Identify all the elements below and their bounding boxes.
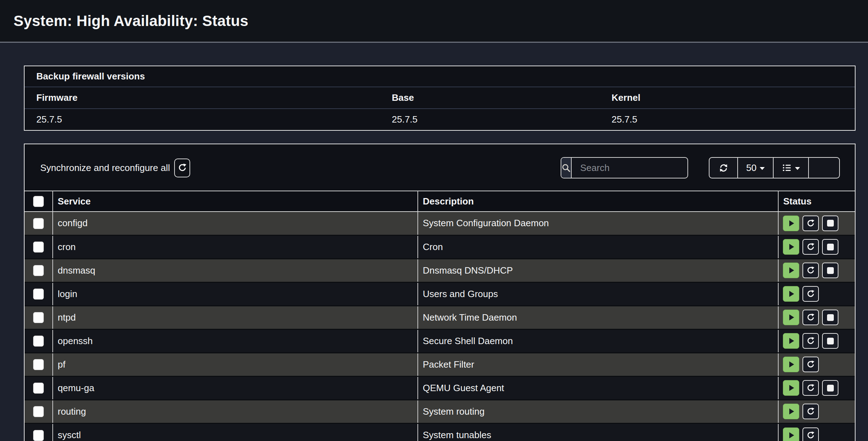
- service-description: Packet Filter: [423, 359, 474, 370]
- versions-col-base: Base: [380, 87, 600, 109]
- restart-service-button[interactable]: [802, 286, 819, 302]
- service-name-cell: ntpd: [53, 306, 418, 329]
- page-header: System: High Availability: Status: [0, 0, 868, 43]
- row-checkbox[interactable]: [33, 383, 44, 394]
- play-icon: [787, 219, 795, 228]
- restart-icon: [806, 243, 815, 251]
- list-icon: [782, 163, 792, 173]
- stop-service-button[interactable]: [822, 263, 838, 278]
- start-service-button[interactable]: [783, 239, 799, 255]
- stop-service-button[interactable]: [822, 216, 838, 231]
- column-selector-dropdown[interactable]: [773, 158, 808, 178]
- row-checkbox[interactable]: [33, 406, 44, 417]
- restart-icon: [806, 384, 815, 392]
- chevron-down-icon: [795, 167, 800, 170]
- services-table: Service Description Status configdSystem…: [25, 191, 855, 441]
- play-icon: [787, 337, 795, 345]
- start-service-button[interactable]: [783, 263, 799, 278]
- restart-service-button[interactable]: [802, 310, 819, 325]
- table-row: dnsmasqDnsmasq DNS/DHCP: [25, 259, 855, 282]
- service-actions-cell: [778, 259, 855, 282]
- page-size-dropdown[interactable]: 50: [737, 158, 773, 178]
- row-checkbox[interactable]: [33, 289, 44, 300]
- services-table-body: configdSystem Configuration DaemoncronCr…: [25, 212, 855, 441]
- service-description: System Configuration Daemon: [423, 218, 549, 228]
- service-name: qemu-ga: [58, 383, 94, 393]
- start-service-button[interactable]: [783, 380, 799, 396]
- restart-icon: [806, 360, 815, 369]
- row-checkbox[interactable]: [33, 336, 44, 347]
- service-description: QEMU Guest Agent: [423, 383, 504, 393]
- restart-service-button[interactable]: [802, 333, 819, 349]
- service-actions-cell: [778, 329, 855, 353]
- service-name-cell: dnsmasq: [53, 259, 418, 282]
- restart-icon: [806, 266, 815, 275]
- select-all-checkbox[interactable]: [33, 196, 44, 207]
- stop-icon: [827, 267, 834, 274]
- start-service-button[interactable]: [783, 357, 799, 372]
- row-select-cell: [25, 353, 53, 376]
- restart-icon: [806, 313, 815, 322]
- restart-service-button[interactable]: [802, 357, 819, 372]
- start-service-button[interactable]: [783, 427, 799, 441]
- play-icon: [787, 360, 795, 369]
- service-name-cell: openssh: [53, 329, 418, 353]
- select-all-header-cell: [25, 191, 53, 212]
- sync-all-wrap: Synchronize and reconfigure all: [40, 159, 190, 177]
- versions-panel: Backup firewall versions Firmware Base K…: [24, 66, 856, 131]
- start-service-button[interactable]: [783, 333, 799, 349]
- service-actions-cell: [778, 306, 855, 329]
- service-description: System tunables: [423, 430, 491, 440]
- stop-service-button[interactable]: [822, 333, 838, 349]
- start-service-button[interactable]: [783, 404, 799, 419]
- play-icon: [787, 384, 795, 392]
- stop-service-button[interactable]: [822, 380, 838, 396]
- base-version-value: 25.7.5: [380, 109, 600, 130]
- restart-service-button[interactable]: [802, 427, 819, 441]
- restart-service-button[interactable]: [802, 380, 819, 396]
- restart-service-button[interactable]: [802, 216, 819, 231]
- restart-service-button[interactable]: [802, 239, 819, 255]
- restart-service-button[interactable]: [802, 263, 819, 278]
- service-name: ntpd: [58, 312, 76, 323]
- stop-icon: [827, 314, 834, 321]
- stop-service-button[interactable]: [822, 239, 838, 255]
- row-checkbox[interactable]: [33, 242, 44, 253]
- service-description-cell: System routing: [418, 400, 778, 423]
- table-row: qemu-gaQEMU Guest Agent: [25, 376, 855, 400]
- table-row: routingSystem routing: [25, 400, 855, 423]
- start-service-button[interactable]: [783, 286, 799, 302]
- firmware-version-value: 25.7.5: [25, 109, 380, 130]
- row-select-cell: [25, 282, 53, 306]
- versions-col-firmware: Firmware: [25, 87, 380, 109]
- service-description-cell: Packet Filter: [418, 353, 778, 376]
- refresh-icon: [719, 163, 728, 173]
- description-column-header: Description: [418, 191, 778, 212]
- service-description-cell: System tunables: [418, 423, 778, 441]
- rotate-right-icon: [178, 163, 187, 172]
- search-group: [561, 157, 688, 178]
- service-name: login: [58, 289, 77, 299]
- empty-group-button[interactable]: [808, 158, 839, 178]
- search-input[interactable]: [572, 158, 688, 178]
- table-row: configdSystem Configuration Daemon: [25, 212, 855, 235]
- start-service-button[interactable]: [783, 310, 799, 325]
- row-checkbox[interactable]: [33, 312, 44, 323]
- grid-controls: Synchronize and reconfigure all: [25, 144, 855, 191]
- row-checkbox[interactable]: [33, 359, 44, 370]
- row-checkbox[interactable]: [33, 265, 44, 276]
- restart-service-button[interactable]: [802, 404, 819, 419]
- grid-button-group: 50: [709, 157, 840, 178]
- row-checkbox[interactable]: [33, 218, 44, 229]
- start-service-button[interactable]: [783, 216, 799, 231]
- table-row: opensshSecure Shell Daemon: [25, 329, 855, 353]
- restart-icon: [806, 431, 815, 440]
- row-checkbox[interactable]: [33, 430, 44, 441]
- sync-all-button[interactable]: [174, 159, 190, 177]
- play-icon: [787, 407, 795, 416]
- play-icon: [787, 313, 795, 322]
- refresh-grid-button[interactable]: [710, 158, 737, 178]
- stop-service-button[interactable]: [822, 310, 838, 325]
- row-select-cell: [25, 235, 53, 259]
- stop-icon: [827, 220, 834, 227]
